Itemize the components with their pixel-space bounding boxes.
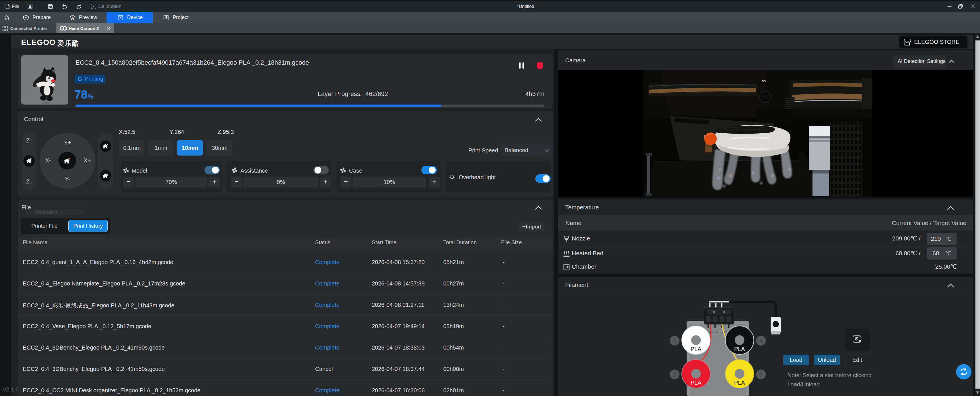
svg-text:∞: ∞	[762, 78, 766, 84]
svg-text:PLA: PLA	[734, 346, 745, 352]
svg-text:x: x	[107, 143, 108, 146]
svg-text:all: all	[68, 157, 70, 160]
svg-text:PLA: PLA	[734, 380, 745, 386]
svg-text:1: 1	[673, 338, 676, 344]
svg-text:3: 3	[759, 372, 762, 378]
svg-text:z: z	[30, 157, 32, 161]
svg-text:y: y	[107, 172, 108, 175]
svg-text:2: 2	[673, 372, 676, 378]
svg-text:4: 4	[759, 338, 762, 344]
svg-text:PLA: PLA	[690, 380, 702, 386]
svg-text:PLA: PLA	[690, 346, 702, 352]
